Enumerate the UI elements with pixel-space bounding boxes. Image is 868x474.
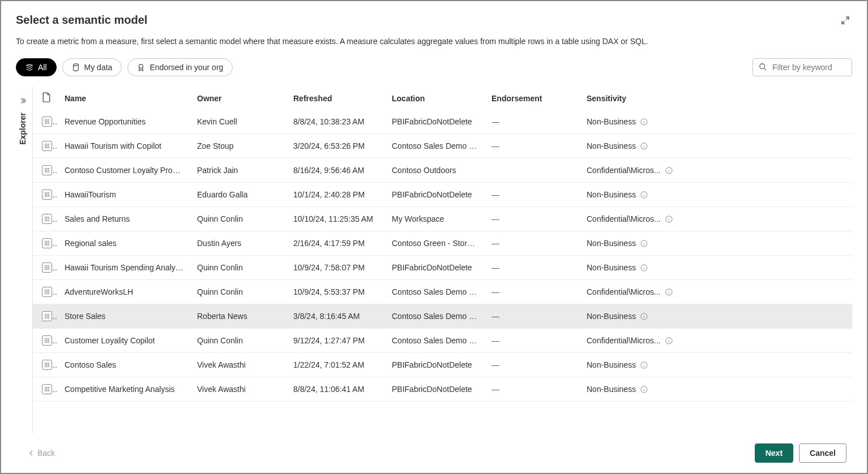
col-header-endorsement[interactable]: Endorsement bbox=[485, 87, 580, 110]
cell-name: Hawaii Tourism Spending Analysis bbox=[58, 256, 190, 280]
filter-chip-mydata[interactable]: My data bbox=[62, 58, 122, 76]
table-row[interactable]: Sales and ReturnsQuinn Conlin10/10/24, 1… bbox=[33, 207, 852, 231]
svg-point-14 bbox=[46, 144, 48, 145]
info-icon[interactable] bbox=[640, 118, 648, 126]
cell-location: My Workspace bbox=[385, 207, 485, 231]
table-row[interactable]: Contoso SalesVivek Awasthi1/22/24, 7:01:… bbox=[33, 353, 852, 377]
col-header-owner[interactable]: Owner bbox=[190, 87, 287, 110]
svg-point-83 bbox=[45, 314, 46, 315]
chevron-right-icon[interactable] bbox=[19, 97, 27, 105]
table-row[interactable]: Contoso Customer Loyalty Progr...Patrick… bbox=[33, 158, 852, 183]
table-row[interactable]: HawaiiTourismEduardo Galla10/1/24, 2:40:… bbox=[33, 183, 852, 207]
cell-endorsement: — bbox=[485, 304, 580, 329]
info-icon[interactable] bbox=[640, 264, 648, 272]
svg-point-7 bbox=[46, 121, 48, 122]
footer-buttons: Next Cancel bbox=[755, 443, 846, 463]
info-icon[interactable] bbox=[640, 313, 648, 320]
svg-point-105 bbox=[48, 363, 49, 364]
info-icon[interactable] bbox=[665, 337, 673, 344]
svg-point-98 bbox=[48, 340, 49, 341]
svg-point-36 bbox=[45, 194, 46, 195]
info-icon[interactable] bbox=[640, 143, 648, 150]
table-row[interactable]: Hawaii Tourism Spending AnalysisQuinn Co… bbox=[33, 256, 852, 280]
svg-point-33 bbox=[45, 192, 46, 193]
svg-point-120 bbox=[46, 390, 48, 391]
col-header-refreshed[interactable]: Refreshed bbox=[287, 87, 385, 110]
search-box[interactable] bbox=[752, 58, 852, 76]
row-icon-cell bbox=[33, 183, 58, 207]
svg-point-106 bbox=[45, 364, 46, 365]
svg-point-65 bbox=[48, 265, 49, 266]
info-icon[interactable] bbox=[665, 288, 673, 296]
svg-point-54 bbox=[46, 241, 48, 242]
table-row[interactable]: Customer Loyality CopilotQuinn Conlin9/1… bbox=[33, 329, 852, 353]
cell-location: Contoso Green - Stores ... bbox=[385, 231, 485, 256]
back-link[interactable]: Back bbox=[28, 449, 55, 458]
filter-chip-endorsed[interactable]: Endorsed in your org bbox=[127, 58, 233, 76]
svg-point-109 bbox=[45, 366, 46, 367]
svg-point-20 bbox=[46, 147, 48, 148]
svg-point-63 bbox=[45, 265, 46, 266]
table-scroll-area[interactable]: Name Owner Refreshed Location Endorsemen… bbox=[33, 87, 852, 433]
cell-refreshed: 10/9/24, 7:58:07 PM bbox=[287, 256, 385, 280]
cell-owner: Quinn Conlin bbox=[190, 329, 287, 353]
svg-point-28 bbox=[48, 170, 49, 171]
info-icon[interactable] bbox=[640, 191, 648, 199]
semantic-model-icon bbox=[42, 287, 52, 297]
table-row[interactable]: AdventureWorksLHQuinn Conlin10/9/24, 5:5… bbox=[33, 280, 852, 304]
semantic-model-icon bbox=[42, 189, 52, 200]
svg-point-73 bbox=[45, 290, 46, 291]
svg-point-110 bbox=[46, 366, 48, 367]
table-row[interactable]: Revenue OpportunitiesKevin Cuell8/8/24, … bbox=[33, 110, 852, 134]
table-row[interactable]: Competitive Marketing AnalysisVivek Awas… bbox=[33, 377, 852, 402]
cell-name: HawaiiTourism bbox=[58, 183, 190, 207]
table-row[interactable]: Store SalesRoberta News3/8/24, 8:16:45 A… bbox=[33, 304, 852, 329]
info-icon[interactable] bbox=[665, 216, 673, 223]
svg-point-96 bbox=[45, 340, 46, 341]
svg-point-47 bbox=[46, 218, 48, 219]
col-header-sensitivity[interactable]: Sensitivity bbox=[580, 87, 852, 110]
svg-point-41 bbox=[48, 196, 49, 197]
filter-chip-endorsed-label: Endorsed in your org bbox=[149, 63, 223, 72]
col-header-location[interactable]: Location bbox=[385, 87, 485, 110]
cancel-button[interactable]: Cancel bbox=[799, 443, 846, 463]
search-input[interactable] bbox=[771, 62, 846, 72]
col-header-icon[interactable] bbox=[33, 87, 58, 110]
expand-icon[interactable] bbox=[841, 16, 850, 25]
cell-endorsement: — bbox=[485, 231, 580, 256]
svg-point-56 bbox=[45, 243, 46, 244]
cell-owner: Kevin Cuell bbox=[190, 110, 287, 134]
svg-point-78 bbox=[48, 291, 49, 292]
svg-point-86 bbox=[45, 316, 46, 317]
cell-sensitivity: Non-Business bbox=[580, 110, 852, 134]
svg-point-79 bbox=[45, 293, 46, 294]
models-table: Name Owner Refreshed Location Endorsemen… bbox=[33, 87, 852, 402]
cell-refreshed: 9/12/24, 1:27:47 PM bbox=[287, 329, 385, 353]
content-area: Explorer Name Owner Refreshed Location bbox=[12, 87, 852, 433]
cell-endorsement: — bbox=[485, 256, 580, 280]
info-icon[interactable] bbox=[665, 167, 673, 174]
cell-sensitivity: Non-Business bbox=[580, 134, 852, 158]
filter-chip-all[interactable]: All bbox=[16, 58, 57, 76]
svg-point-113 bbox=[45, 387, 46, 388]
info-icon[interactable] bbox=[640, 386, 648, 393]
svg-point-3 bbox=[45, 119, 46, 120]
cell-endorsement: — bbox=[485, 353, 580, 377]
table-row[interactable]: Hawaii Tourism with CopilotZoe Stoup3/20… bbox=[33, 134, 852, 158]
svg-point-101 bbox=[48, 342, 49, 343]
explorer-panel-collapsed[interactable]: Explorer bbox=[12, 87, 33, 433]
info-icon[interactable] bbox=[640, 240, 648, 247]
svg-point-108 bbox=[48, 364, 49, 365]
col-header-name[interactable]: Name bbox=[58, 87, 190, 110]
next-button[interactable]: Next bbox=[755, 443, 793, 463]
back-label: Back bbox=[37, 449, 55, 458]
cell-owner: Vivek Awasthi bbox=[190, 353, 287, 377]
svg-point-100 bbox=[46, 342, 48, 343]
cell-location: Contoso Outdoors bbox=[385, 158, 485, 183]
svg-point-68 bbox=[48, 267, 49, 268]
info-icon[interactable] bbox=[640, 361, 648, 369]
filter-chip-mydata-label: My data bbox=[84, 63, 113, 72]
svg-point-104 bbox=[46, 363, 48, 364]
svg-point-49 bbox=[45, 220, 46, 221]
table-row[interactable]: Regional salesDustin Ayers2/16/24, 4:17:… bbox=[33, 231, 852, 256]
